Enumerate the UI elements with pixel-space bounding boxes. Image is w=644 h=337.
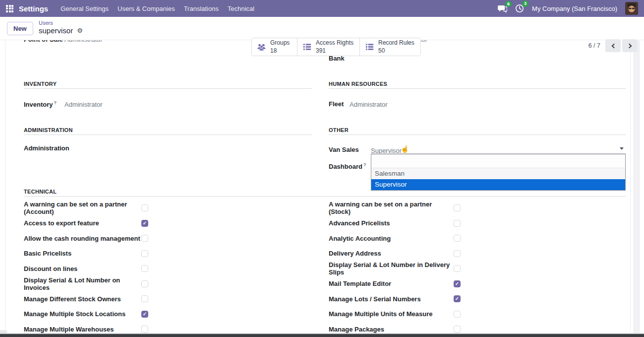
messages-count-badge: 6 [505,1,512,7]
pager: 6 / 7 [588,39,638,52]
vertical-scrollbar[interactable] [634,41,640,333]
checkbox[interactable]: ✓ [141,265,148,272]
stat-button-group: Groups 18 Access Rights 391 Record Rul [251,38,421,56]
section-other-title: OTHER [329,127,349,133]
van-sales-field-label: Van Sales [329,146,359,153]
sheet-left-border [5,41,5,332]
setting-row: Mail Template Editor✓ [329,276,626,292]
stat-access-rights-label: Access Rights [316,39,353,47]
menu-users-companies[interactable]: Users & Companies [117,5,175,12]
checkbox[interactable]: ✓ [141,235,148,242]
pager-count: 6 / 7 [588,42,600,49]
checkbox[interactable]: ✓ [141,220,148,227]
checkbox[interactable]: ✓ [454,265,461,272]
setting-label: Discount on lines [24,265,141,272]
checkbox[interactable]: ✓ [454,235,461,242]
pager-next-button[interactable] [622,39,638,52]
checkbox[interactable]: ✓ [454,250,461,257]
stat-groups-value: 18 [270,47,290,55]
new-button[interactable]: New [7,22,33,35]
stat-access-rights-value: 391 [316,47,353,55]
avatar-image [625,2,638,15]
setting-label: Manage Multiple Units of Measure [329,310,454,318]
setting-label: Allow the cash rounding management [24,235,141,242]
setting-label: A warning can be set on a partner (Accou… [24,201,141,215]
section-human-resources-title: HUMAN RESOURCES [329,81,387,87]
company-switcher[interactable]: My Company (San Francisco) [532,5,617,12]
setting-row: Delivery Address✓ [329,246,626,262]
setting-row: Manage Lots / Serial Numbers✓ [329,291,626,307]
users-icon [257,42,266,52]
setting-row: Manage Different Stock Owners✓ [24,291,312,307]
setting-row: Display Serial & Lot Number on Invoices✓ [24,276,312,292]
pager-previous-button[interactable] [605,39,621,52]
checkbox[interactable]: ✓ [141,250,148,257]
setting-label: Access to export feature [24,219,141,227]
checkbox[interactable]: ✓ [141,204,148,211]
list-icon [302,42,312,52]
fleet-field-value[interactable]: Administrator [350,101,388,108]
apps-grid-icon[interactable] [6,5,13,12]
fleet-field-label: Fleet [329,100,344,108]
stat-record-rules-value: 50 [378,47,414,55]
dropdown-option-salesman[interactable]: Salesman [371,168,625,179]
breadcrumb-users-link[interactable]: Users [39,19,83,26]
setting-label: Manage Multiple Warehouses [24,326,141,333]
stat-button-record-rules[interactable]: Record Rules 50 [360,38,420,56]
setting-label: Analytic Accounting [329,235,454,242]
activities-button[interactable]: 3 [515,4,524,13]
list-icon [365,42,374,52]
setting-label: Manage Multiple Stock Locations [24,310,141,318]
setting-row: Allow the cash rounding management✓ [24,231,312,246]
setting-row: Basic Pricelists✓ [24,246,312,262]
inventory-field-value[interactable]: Administrator [64,101,103,108]
point-of-sale-value[interactable]: Administrator [64,40,103,43]
checkbox[interactable]: ✓ [454,220,461,227]
menu-technical[interactable]: Technical [228,5,254,12]
setting-row: A warning can be set on a partner (Stock… [329,201,626,216]
breadcrumb: Users supervisor ⚙ [39,19,83,35]
messages-button[interactable]: 6 [498,4,507,13]
help-question-icon: ? [54,100,57,105]
setting-label: Display Serial & Lot Number in Delivery … [329,261,454,276]
setting-label: Manage Lots / Serial Numbers [329,295,454,303]
window-bottom-edge [0,333,644,337]
checkbox[interactable]: ✓ [454,326,461,333]
stat-groups-label: Groups [270,39,290,47]
checkbox[interactable]: ✓ [141,326,148,333]
checkbox[interactable]: ✓ [141,311,148,318]
setting-row: Manage Multiple Stock Locations✓ [24,307,312,322]
dropdown-option-blank[interactable] [371,154,625,168]
section-divider [24,196,626,197]
gear-actions-icon[interactable]: ⚙ [77,27,83,34]
setting-label: Display Serial & Lot Number on Invoices [24,276,141,291]
user-avatar[interactable] [625,2,638,15]
stat-button-groups[interactable]: Groups 18 [252,38,297,56]
checkbox[interactable]: ✓ [454,295,461,302]
stat-button-access-rights[interactable]: Access Rights 391 [297,38,360,56]
chevron-left-icon [611,43,616,48]
activities-count-badge: 3 [522,0,528,7]
setting-label: A warning can be set on a partner (Stock… [329,201,454,215]
section-administration-title: ADMINISTRATION [24,127,73,133]
technical-right-column: A warning can be set on a partner (Stock… [329,201,626,337]
checkbox[interactable]: ✓ [454,204,461,211]
checkbox[interactable]: ✓ [454,280,461,287]
dashboard-field-label: Dashboard? [329,162,366,170]
setting-row: Display Serial & Lot Number in Delivery … [329,261,626,276]
top-navbar: Settings General Settings Users & Compan… [0,0,644,17]
menu-translations[interactable]: Translations [184,5,219,12]
checkbox[interactable]: ✓ [454,311,461,318]
section-inventory-title: INVENTORY [24,81,57,87]
dropdown-option-supervisor[interactable]: Supervisor [371,179,625,190]
checkbox[interactable]: ✓ [141,280,148,287]
select-caret-icon[interactable] [620,147,624,150]
control-panel: New Users supervisor ⚙ Groups 18 [0,17,644,40]
setting-label: Basic Pricelists [24,250,141,257]
menu-general-settings[interactable]: General Settings [60,5,109,12]
sheet-right-border [630,41,631,332]
app-name[interactable]: Settings [19,4,48,13]
checkbox[interactable]: ✓ [141,295,148,302]
setting-row: A warning can be set on a partner (Accou… [24,201,312,216]
administration-field-label: Administration [24,144,69,152]
